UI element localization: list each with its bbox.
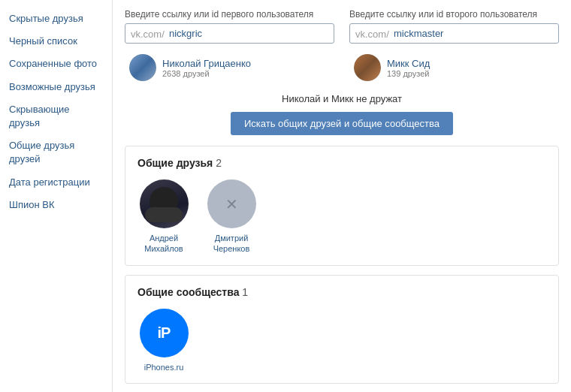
common-communities-title: Общие сообщества 1 [137,286,546,298]
user2-name: Микк Сид [387,58,430,69]
list-item: ДмитрийЧеренков [205,179,258,255]
user2-info: Микк Сид 139 друзей [387,58,430,78]
dmitry-avatar [207,179,256,228]
user1-info: Николай Грицаенко 2638 друзей [162,58,251,78]
sidebar-item-hiding-friends[interactable]: Скрывающие друзья [0,98,112,134]
sidebar-item-blacklist[interactable]: Черный список [0,30,112,53]
not-friends-text: Николай и Микк не дружат [125,93,559,104]
list-item: АндрейМихайлов [137,179,190,255]
dmitry-name: ДмитрийЧеренков [213,233,250,255]
user2-input[interactable] [349,23,559,44]
user1-input-wrap: vk.com/ [125,23,334,44]
list-item: iP iPhones.ru [137,309,190,372]
user2-card: Микк Сид 139 друзей [349,50,559,86]
user2-avatar [354,54,381,81]
sidebar-item-registration-date[interactable]: Дата регистрации [0,171,112,194]
search-button-wrap: Искать общих друзей и общие сообщества [125,112,559,135]
communities-list: iP iPhones.ru [137,309,546,372]
andrey-avatar [140,179,189,228]
common-friends-section: Общие друзья 2 АндрейМихайлов ДмитрийЧер… [125,146,559,266]
user1-card: Николай Грицаенко 2638 друзей [125,50,334,86]
iphones-name: iPhones.ru [144,362,184,372]
sidebar-item-saved-photos[interactable]: Сохраненные фото [0,53,112,75]
friends-list: АндрейМихайлов ДмитрийЧеренков [137,179,546,255]
andrey-name: АндрейМихайлов [144,233,183,255]
user1-label: Введите ссылку или id первого пользовате… [125,9,334,20]
sidebar-item-common-friends-of-friends[interactable]: Общие друзья друзей [0,134,112,170]
iphones-avatar: iP [140,309,189,357]
user2-friends: 139 друзей [387,69,430,78]
user2-input-wrap: vk.com/ [349,23,559,44]
search-common-button[interactable]: Искать общих друзей и общие сообщества [231,112,453,135]
user1-name: Николай Грицаенко [162,58,251,69]
user1-friends: 2638 друзей [162,69,251,78]
common-friends-title: Общие друзья 2 [137,157,546,169]
user2-column: Введите ссылку или id второго пользовате… [349,9,559,86]
search-section: Введите ссылку или id первого пользовате… [125,9,559,86]
user1-column: Введите ссылку или id первого пользовате… [125,9,334,86]
sidebar-item-hidden-friends[interactable]: Скрытые друзья [0,8,112,30]
user1-input[interactable] [125,23,334,44]
user2-label: Введите ссылку или id второго пользовате… [349,9,559,20]
common-communities-section: Общие сообщества 1 iP iPhones.ru [125,275,559,384]
sidebar-item-possible-friends[interactable]: Возможные друзья [0,76,112,98]
sidebar: Скрытые друзьяЧерный списокСохраненные ф… [0,0,113,392]
sidebar-item-vk-spy[interactable]: Шпион ВК [0,194,112,216]
user1-avatar [129,54,156,81]
main-content: Введите ссылку или id первого пользовате… [113,0,571,392]
